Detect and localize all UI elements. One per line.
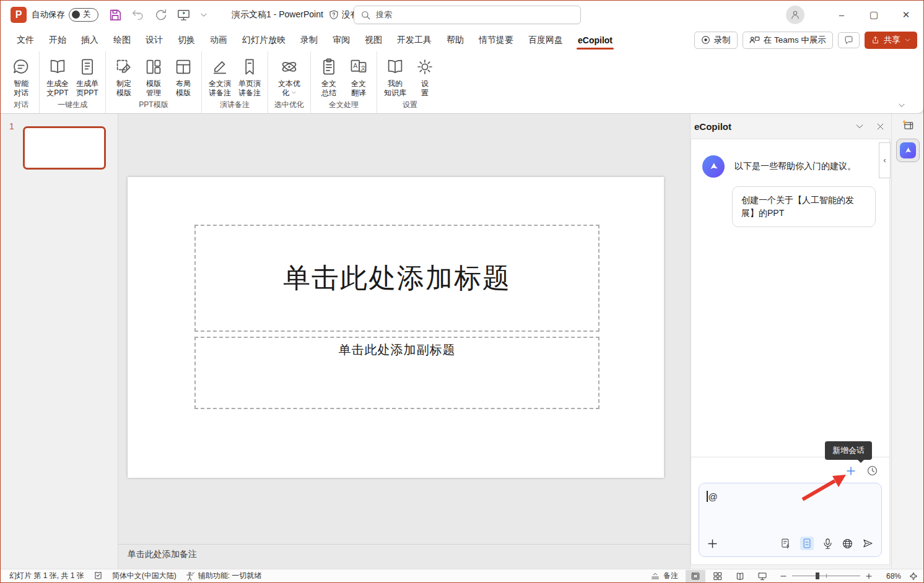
knowledge-book-icon <box>386 58 404 76</box>
share-button[interactable]: 共享 <box>865 32 917 49</box>
tab-review[interactable]: 审阅 <box>325 30 357 50</box>
ribbon-group-one-click: 生成全文PPT 生成单页PPT 一键生成 <box>39 51 105 113</box>
ecopilot-input-section: 新增会话 @ <box>691 457 889 564</box>
full-text-summary-button[interactable]: 全文总结 <box>315 54 343 98</box>
tab-transitions[interactable]: 切换 <box>170 30 203 50</box>
settings-button[interactable]: 设置 <box>411 54 439 98</box>
zoom-slider-handle[interactable] <box>816 572 819 579</box>
tab-design[interactable]: 设计 <box>138 30 170 50</box>
single-page-speaker-notes-button[interactable]: 单页演讲备注 <box>235 54 264 98</box>
slide[interactable]: 单击此处添加标题 单击此处添加副标题 <box>128 177 664 478</box>
close-button[interactable]: ✕ <box>892 3 920 27</box>
notes-toggle-button[interactable]: 备注 <box>650 571 678 581</box>
normal-view-icon <box>691 571 700 581</box>
language-status[interactable]: 简体中文(中国大陆) <box>112 571 177 581</box>
generate-single-page-ppt-button[interactable]: 生成单页PPT <box>73 54 102 98</box>
notes-divider[interactable] <box>118 544 690 545</box>
add-attachment-button[interactable] <box>707 538 718 550</box>
document-icon <box>78 58 97 76</box>
subtitle-placeholder[interactable]: 单击此处添加副标题 <box>194 337 599 409</box>
slide-sorter-view-button[interactable] <box>708 570 728 582</box>
normal-view-button[interactable] <box>686 570 705 582</box>
template-manage-button[interactable]: 模版管理 <box>139 54 168 98</box>
fit-to-window-button[interactable] <box>909 571 918 581</box>
redo-icon <box>154 8 168 22</box>
zoom-in-button[interactable] <box>865 572 873 580</box>
chevron-down-icon[interactable] <box>855 121 865 131</box>
autosave-control[interactable]: 自动保存 关 <box>32 8 98 22</box>
ecopilot-panel: eCopilot ‹ 以下是一些帮助你入门的建议。 创建一个 <box>690 114 891 569</box>
collapse-panel-button[interactable]: ‹ <box>879 142 891 178</box>
save-button[interactable] <box>108 8 122 22</box>
redo-button[interactable] <box>154 8 168 22</box>
customize-qat-button[interactable] <box>199 11 208 19</box>
selected-mode-chip[interactable] <box>800 537 814 550</box>
gear-icon <box>416 58 434 76</box>
slide-thumbnail[interactable] <box>23 126 106 170</box>
ribbon-group-speaker-notes: 全文演讲备注 单页演讲备注 演讲备注 <box>201 51 268 113</box>
tab-ecopilot[interactable]: eCopilot <box>570 31 620 50</box>
autosave-toggle[interactable]: 关 <box>69 8 98 22</box>
notes-placeholder[interactable]: 单击此处添加备注 <box>128 549 197 560</box>
record-button[interactable]: 录制 <box>694 32 738 49</box>
text-optimize-button[interactable]: 文本优化 <box>272 54 307 98</box>
smart-chat-button[interactable]: 智能对话 <box>7 54 35 98</box>
tab-view[interactable]: 视图 <box>357 30 390 50</box>
search-input[interactable]: 搜索 <box>354 6 581 24</box>
chat-input[interactable]: @ <box>699 483 882 557</box>
tab-developer[interactable]: 开发工具 <box>390 30 439 50</box>
undo-button[interactable] <box>131 8 146 22</box>
collapse-ribbon-button[interactable] <box>897 101 906 110</box>
tab-draw[interactable]: 绘图 <box>106 30 138 50</box>
present-in-teams-button[interactable]: 在 Teams 中展示 <box>743 32 833 49</box>
ribbon-tab-bar: 文件 开始 插入 绘图 设计 切换 动画 幻灯片放映 录制 审阅 视图 开发工具… <box>1 28 923 51</box>
zoom-out-button[interactable] <box>780 572 787 580</box>
minimize-button[interactable]: – <box>828 3 855 27</box>
generate-full-ppt-button[interactable]: 生成全文PPT <box>43 54 72 98</box>
tab-record[interactable]: 录制 <box>293 30 325 50</box>
flash-window-icon <box>901 119 915 132</box>
chevron-down-icon <box>904 37 911 43</box>
accessibility-status[interactable]: 辅助功能: 一切就绪 <box>185 571 262 581</box>
layout-template-button[interactable]: 布局模版 <box>169 54 198 98</box>
suggestion-card[interactable]: 创建一个关于【人工智能的发展】的PPT <box>732 186 876 227</box>
history-icon[interactable] <box>866 465 878 477</box>
tab-help[interactable]: 帮助 <box>439 30 471 50</box>
close-panel-icon[interactable] <box>876 122 885 131</box>
ecopilot-header: eCopilot <box>691 114 891 139</box>
tab-slideshow[interactable]: 幻灯片放映 <box>235 30 293 50</box>
slide-thumbnail-panel: 1 <box>1 114 118 569</box>
tab-animations[interactable]: 动画 <box>203 30 235 50</box>
globe-icon[interactable] <box>842 538 853 550</box>
title-placeholder[interactable]: 单击此处添加标题 <box>194 225 599 332</box>
maximize-button[interactable]: ▢ <box>860 3 887 27</box>
slideshow-view-button[interactable] <box>752 570 772 582</box>
account-avatar[interactable] <box>786 6 804 24</box>
comments-button[interactable] <box>838 32 860 48</box>
reading-view-button[interactable] <box>730 570 750 582</box>
create-template-button[interactable]: 制定模版 <box>110 54 138 98</box>
full-text-translate-button[interactable]: A 文 全文翻译 <box>344 54 373 98</box>
send-icon[interactable] <box>861 537 874 550</box>
microphone-icon[interactable] <box>822 538 834 550</box>
text-cursor <box>707 491 708 502</box>
ecopilot-app-button[interactable] <box>896 139 920 162</box>
my-knowledge-base-button[interactable]: 我的知识库 <box>381 54 409 98</box>
slide-count-status[interactable]: 幻灯片 第 1 张, 共 1 张 <box>9 571 84 581</box>
powerpoint-logo-icon: P <box>11 7 27 23</box>
tab-storyboard[interactable]: 情节提要 <box>471 30 521 50</box>
tab-baidu-netdisk[interactable]: 百度网盘 <box>521 30 570 50</box>
full-speaker-notes-button[interactable]: 全文演讲备注 <box>206 54 234 98</box>
spellcheck-icon[interactable] <box>93 571 103 581</box>
slideshow-view-icon <box>757 571 767 581</box>
svg-text:A: A <box>353 63 357 69</box>
zoom-level[interactable]: 68% <box>880 572 901 581</box>
addin-flash-button[interactable] <box>901 119 915 132</box>
start-slideshow-button[interactable] <box>177 7 191 22</box>
prompt-doc-icon[interactable] <box>780 537 792 550</box>
tab-insert[interactable]: 插入 <box>74 30 106 50</box>
tab-file[interactable]: 文件 <box>9 30 41 50</box>
tab-home[interactable]: 开始 <box>41 30 74 50</box>
new-chat-tooltip: 新增会话 <box>825 441 872 460</box>
zoom-slider-track[interactable] <box>792 576 860 576</box>
